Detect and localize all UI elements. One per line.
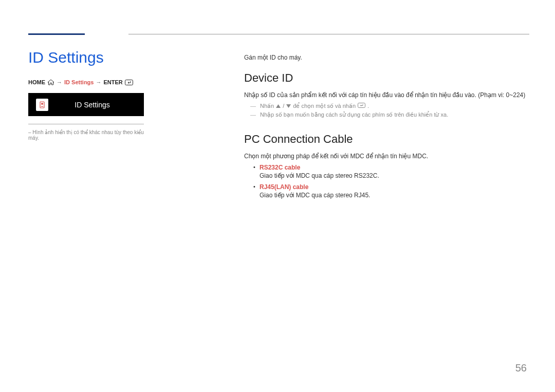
pc-cable-heading: PC Connection Cable bbox=[244, 133, 529, 146]
pc-cable-desc: Chọn một phương pháp để kết nối với MDC … bbox=[244, 152, 529, 161]
note-text-post: . bbox=[367, 103, 369, 109]
left-column: ID Settings HOME → ID Settings → ENTER bbox=[28, 49, 152, 213]
cable-list: RS232C cable Giao tiếp với MDC qua cáp s… bbox=[253, 164, 529, 199]
list-item: RS232C cable Giao tiếp với MDC qua cáp s… bbox=[253, 164, 529, 179]
cable-option-title: RJ45(LAN) cable bbox=[260, 183, 529, 191]
page-title: ID Settings bbox=[28, 49, 152, 66]
pc-cable-section: PC Connection Cable Chọn một phương pháp… bbox=[244, 133, 529, 199]
right-column: Gán một ID cho máy. Device ID Nhập số ID… bbox=[244, 49, 529, 213]
breadcrumb-enter: ENTER bbox=[103, 79, 122, 85]
settings-tile: ID Settings bbox=[28, 93, 144, 116]
divider bbox=[28, 124, 144, 124]
device-id-section: Device ID Nhập số ID của sản phẩm kết nố… bbox=[244, 71, 529, 118]
page-top-rule bbox=[128, 34, 529, 34]
note-text-pre: Nhấn bbox=[260, 103, 274, 109]
breadcrumb-current: ID Settings bbox=[64, 79, 94, 85]
home-icon bbox=[47, 80, 54, 85]
up-triangle-icon bbox=[276, 103, 281, 109]
note-text: Nhập số bạn muốn bằng cách sử dụng các p… bbox=[260, 111, 448, 118]
settings-tile-label: ID Settings bbox=[48, 101, 136, 109]
device-id-heading: Device ID bbox=[244, 71, 529, 85]
cable-option-title: RS232C cable bbox=[260, 164, 529, 171]
list-item: RJ45(LAN) cable Giao tiếp với MDC qua cá… bbox=[253, 183, 529, 199]
breadcrumb-home: HOME bbox=[28, 79, 45, 85]
id-settings-icon bbox=[36, 99, 48, 111]
cable-option-desc: Giao tiếp với MDC qua cáp stereo RJ45. bbox=[260, 192, 529, 199]
cable-option-desc: Giao tiếp với MDC qua cáp stereo RS232C. bbox=[260, 172, 529, 179]
enter-icon bbox=[125, 80, 133, 85]
page-accent-bar bbox=[28, 33, 85, 35]
down-triangle-icon bbox=[286, 103, 291, 109]
breadcrumb: HOME → ID Settings → ENTER bbox=[28, 79, 152, 85]
page-number: 56 bbox=[515, 362, 527, 374]
page-content: ID Settings HOME → ID Settings → ENTER bbox=[28, 33, 529, 213]
svg-point-2 bbox=[41, 103, 43, 105]
note-text-mid: để chọn một số và nhấn bbox=[293, 103, 356, 109]
arrow-icon: → bbox=[57, 79, 62, 85]
slash: / bbox=[283, 103, 284, 109]
arrow-icon: → bbox=[96, 79, 101, 85]
enter-small-icon bbox=[358, 103, 365, 109]
device-id-note-2: Nhập số bạn muốn bằng cách sử dụng các p… bbox=[250, 111, 529, 118]
device-id-desc: Nhập số ID của sản phẩm kết nối với cáp … bbox=[244, 91, 529, 100]
device-id-note-1: Nhấn / để chọn một số và nhấn . bbox=[250, 103, 529, 109]
image-note: Hình ảnh hiển thị có thể khác nhau tùy t… bbox=[28, 129, 152, 141]
intro-text: Gán một ID cho máy. bbox=[244, 54, 529, 61]
